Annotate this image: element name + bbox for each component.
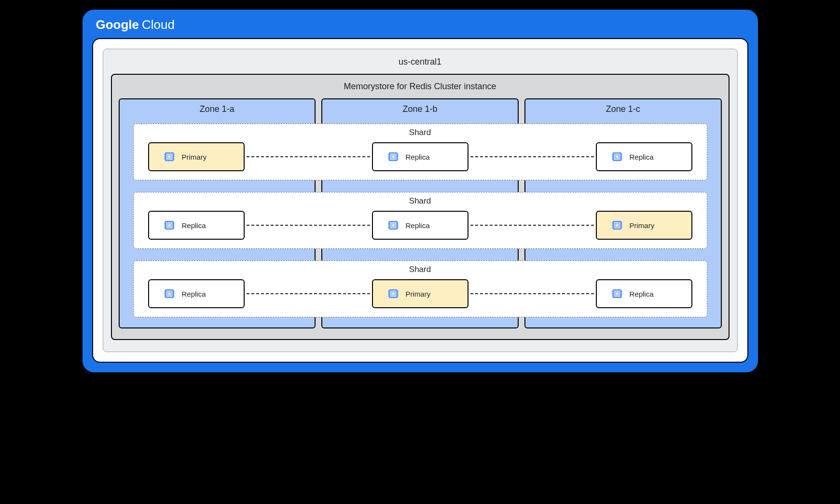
outer-white-frame: us-central1 Memorystore for Redis Cluste… — [92, 38, 748, 363]
zone-c-label: Zone 1-c — [532, 104, 714, 114]
zone-b-label: Zone 1-b — [329, 104, 511, 114]
google-cloud-frame: Google Cloud us-central1 Memorystore for… — [83, 10, 758, 372]
region-label: us-central1 — [111, 57, 730, 67]
zone-row: Zone 1-a Zone 1-b Zone 1-c — [119, 98, 722, 328]
google-cloud-logo: Google Cloud — [92, 17, 748, 32]
zone-c: Zone 1-c — [524, 98, 722, 328]
zone-a-label: Zone 1-a — [126, 104, 308, 114]
instance-frame: Memorystore for Redis Cluster instance Z… — [111, 74, 730, 340]
logo-cloud: Cloud — [142, 17, 175, 32]
logo-google: Google — [96, 17, 139, 32]
zone-a: Zone 1-a — [119, 98, 316, 328]
instance-label: Memorystore for Redis Cluster instance — [119, 82, 722, 92]
zone-b: Zone 1-b — [321, 98, 519, 328]
region-frame: us-central1 Memorystore for Redis Cluste… — [103, 49, 738, 352]
